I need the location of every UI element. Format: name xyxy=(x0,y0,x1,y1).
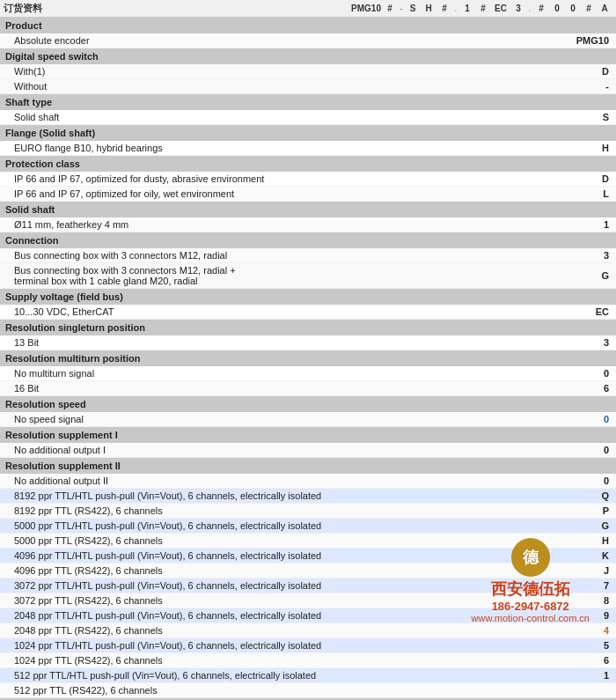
row-value: P xyxy=(541,504,616,519)
row-value: 4 xyxy=(541,623,616,638)
table-row: 512 ppr TTL (RS422), 6 channels xyxy=(0,683,616,698)
section-header-resolution_speed: Resolution speed xyxy=(0,396,616,413)
row-value: 1 xyxy=(541,668,616,683)
row-label: 8192 ppr TTL (RS422), 6 channels xyxy=(0,504,541,519)
row-value: K xyxy=(541,549,616,564)
row-label: 2048 ppr TTL/HTL push-pull (Vin=Vout), 6… xyxy=(0,608,541,623)
row-label: Solid shaft xyxy=(0,110,541,125)
row-value: Q xyxy=(541,489,616,504)
row-label: Without xyxy=(0,79,541,94)
row-value: G xyxy=(541,519,616,534)
header-bar: 订货资料 PMG10 # - S H # . 1 # EC 3 . # 0 0 … xyxy=(0,0,616,18)
code-hash5: # xyxy=(581,4,597,13)
table-row: 8192 ppr TTL (RS422), 6 channelsP xyxy=(0,504,616,519)
row-value: J xyxy=(541,564,616,578)
row-label: IP 66 and IP 67, optimized for dusty, ab… xyxy=(0,172,541,187)
table-row: 512 ppr TTL/HTL push-pull (Vin=Vout), 6 … xyxy=(0,668,616,683)
header-title: 订货资料 xyxy=(4,2,51,15)
row-value: PMG10 xyxy=(541,33,616,48)
table-row: 3072 ppr TTL (RS422), 6 channels8 xyxy=(0,593,616,608)
row-label: 1024 ppr TTL/HTL push-pull (Vin=Vout), 6… xyxy=(0,638,541,653)
table-row: 10...30 VDC, EtherCATEC xyxy=(0,305,616,320)
row-label: No speed signal xyxy=(0,412,541,427)
code-hash3: # xyxy=(475,4,491,13)
row-label: 5000 ppr TTL (RS422), 6 channels xyxy=(0,534,541,549)
code-hash2: # xyxy=(436,4,452,13)
section-header-resolution_supplement_II: Resolution supplement II xyxy=(0,458,616,475)
table-row: 16 Bit6 xyxy=(0,381,616,396)
row-label: 3072 ppr TTL (RS422), 6 channels xyxy=(0,593,541,608)
table-row: Without- xyxy=(0,79,616,94)
section-header-protection_class: Protection class xyxy=(0,156,616,173)
row-label: Ø11 mm, featherkey 4 mm xyxy=(0,217,541,232)
row-label: 10...30 VDC, EtherCAT xyxy=(0,305,541,320)
row-label: 8192 ppr TTL/HTL push-pull (Vin=Vout), 6… xyxy=(0,489,541,504)
row-label: Bus connecting box with 3 connectors M12… xyxy=(0,248,541,263)
row-label: No additional output II xyxy=(0,474,541,489)
row-label: No additional output I xyxy=(0,443,541,458)
row-value: 7 xyxy=(541,578,616,593)
code-H: H xyxy=(421,4,436,13)
table-row: EURO flange B10, hybrid bearingsH xyxy=(0,141,616,156)
section-header-digital_speed_switch: Digital speed switch xyxy=(0,48,616,65)
code-hash1: # xyxy=(382,4,398,13)
table-row: 1024 ppr TTL (RS422), 6 channels6 xyxy=(0,653,616,668)
code-pmg10: PMG10 xyxy=(350,4,382,13)
table-row: No speed signal0 xyxy=(0,412,616,427)
section-header-supply_voltage: Supply voltage (field bus) xyxy=(0,289,616,306)
row-value: EC xyxy=(541,305,616,320)
row-value: G xyxy=(541,263,616,289)
code-hash4: # xyxy=(533,4,549,13)
table-row: 4096 ppr TTL/HTL push-pull (Vin=Vout), 6… xyxy=(0,549,616,564)
row-label: 16 Bit xyxy=(0,381,541,396)
table-row: 2048 ppr TTL/HTL push-pull (Vin=Vout), 6… xyxy=(0,608,616,623)
row-value: L xyxy=(541,187,616,202)
row-value: H xyxy=(541,534,616,549)
table-row: 4096 ppr TTL (RS422), 6 channelsJ xyxy=(0,564,616,578)
table-row: IP 66 and IP 67, optimized for dusty, ab… xyxy=(0,172,616,187)
row-label: 512 ppr TTL/HTL push-pull (Vin=Vout), 6 … xyxy=(0,668,541,683)
table-row: 1024 ppr TTL/HTL push-pull (Vin=Vout), 6… xyxy=(0,638,616,653)
row-value: 0 xyxy=(541,412,616,427)
row-label: Absolute encoder xyxy=(0,33,541,48)
table-row: 3072 ppr TTL/HTL push-pull (Vin=Vout), 6… xyxy=(0,578,616,593)
code-3: 3 xyxy=(510,4,526,13)
table-row: IP 66 and IP 67, optimized for oily, wet… xyxy=(0,187,616,202)
row-value: 8 xyxy=(541,593,616,608)
code-S: S xyxy=(405,4,421,13)
table-row: 5000 ppr TTL/HTL push-pull (Vin=Vout), 6… xyxy=(0,519,616,534)
row-value: 3 xyxy=(541,248,616,263)
main-table: ProductAbsolute encoderPMG10Digital spee… xyxy=(0,18,616,700)
section-header-solid_shaft: Solid shaft xyxy=(0,202,616,218)
row-label: 5000 ppr TTL/HTL push-pull (Vin=Vout), 6… xyxy=(0,519,541,534)
section-header-resolution_multiturn: Resolution multiturn position xyxy=(0,350,616,367)
section-header-connection: Connection xyxy=(0,232,616,249)
section-header-shaft_type: Shaft type xyxy=(0,94,616,111)
table-row: 13 Bit3 xyxy=(0,335,616,350)
row-label: With(1) xyxy=(0,64,541,79)
table-row: No additional output I0 xyxy=(0,443,616,458)
row-value: 6 xyxy=(541,653,616,668)
row-label: 512 ppr TTL (RS422), 6 channels xyxy=(0,683,541,698)
row-value: S xyxy=(541,110,616,125)
row-value: D xyxy=(541,172,616,187)
table-row: No additional output II0 xyxy=(0,474,616,489)
row-label: 2048 ppr TTL (RS422), 6 channels xyxy=(0,623,541,638)
code-A: A xyxy=(597,4,612,13)
row-value: - xyxy=(541,79,616,94)
code-1: 1 xyxy=(459,4,475,13)
row-value: 6 xyxy=(541,381,616,396)
row-value xyxy=(541,683,616,698)
page: 订货资料 PMG10 # - S H # . 1 # EC 3 . # 0 0 … xyxy=(0,0,616,700)
row-value: 0 xyxy=(541,366,616,381)
row-value: 0 xyxy=(541,443,616,458)
table-row: 5000 ppr TTL (RS422), 6 channelsH xyxy=(0,534,616,549)
row-value: 0 xyxy=(541,474,616,489)
table-row: 8192 ppr TTL/HTL push-pull (Vin=Vout), 6… xyxy=(0,489,616,504)
code-header: PMG10 # - S H # . 1 # EC 3 . # 0 0 # A xyxy=(332,4,612,13)
row-value: 9 xyxy=(541,608,616,623)
table-row: Absolute encoderPMG10 xyxy=(0,33,616,48)
table-row: No multiturn signal0 xyxy=(0,366,616,381)
table-row: Solid shaftS xyxy=(0,110,616,125)
section-header-flange: Flange (Solid shaft) xyxy=(0,125,616,142)
